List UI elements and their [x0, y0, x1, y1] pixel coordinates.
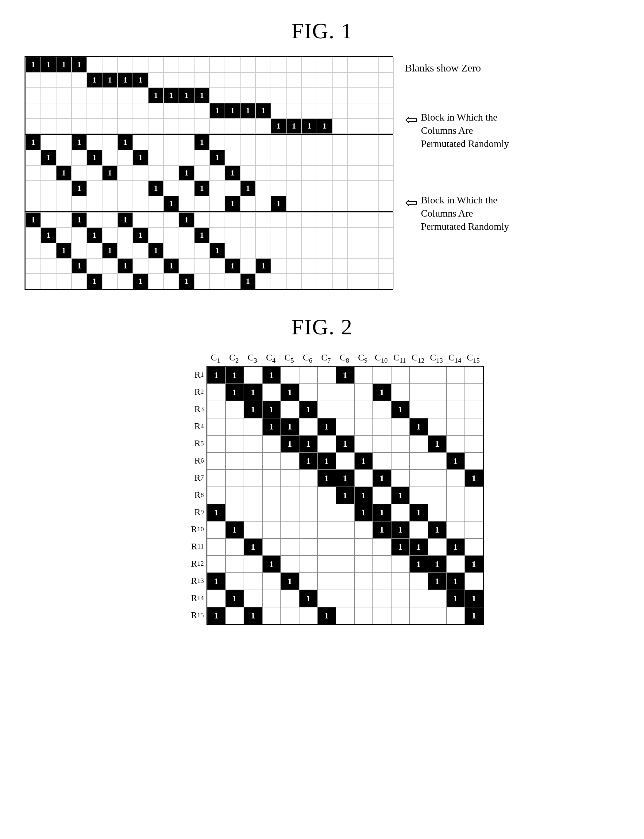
fig2-cell-r11-c4	[262, 539, 281, 555]
fig2-cell-r12-c14	[447, 555, 465, 573]
cell: 1	[210, 103, 225, 118]
fig2-cell-r7-c12	[410, 470, 428, 487]
fig2-cell-r9-c2	[225, 504, 244, 521]
cell	[302, 135, 317, 150]
fig2-cell-r4-c12: 1	[410, 418, 428, 435]
fig2-row-15: 1111	[207, 607, 483, 624]
fig2-cell-r14-c12	[410, 590, 428, 607]
cell	[348, 181, 363, 196]
cell	[271, 228, 286, 243]
cell	[256, 72, 271, 88]
cell	[194, 165, 210, 181]
col-header-13: C13	[427, 352, 446, 366]
block1-label: Block in Which the Columns Are Permutate…	[421, 111, 509, 151]
fig2-cell-r1-c11	[391, 366, 410, 384]
cell	[133, 57, 148, 72]
cell: 1	[133, 274, 148, 289]
fig2-cell-r13-c15	[465, 573, 483, 590]
cell	[317, 57, 332, 72]
cell	[56, 88, 71, 103]
cell: 1	[56, 165, 71, 181]
cell	[148, 118, 164, 134]
cell	[378, 57, 394, 72]
cell	[179, 103, 194, 118]
fig2-cell-r13-c13: 1	[428, 573, 447, 590]
fig2-cell-r9-c1: 1	[207, 504, 225, 521]
fig2-cell-r12-c2	[225, 555, 244, 573]
cell	[348, 72, 363, 88]
cell	[148, 150, 164, 165]
cell	[164, 103, 179, 118]
cell: 1	[56, 57, 71, 72]
fig2-cell-r5-c5: 1	[281, 435, 299, 453]
fig2-title-text: FIG. 2	[25, 314, 619, 340]
fig2-cell-r4-c1	[207, 418, 225, 435]
cell: 1	[133, 228, 148, 243]
fig2-cell-r2-c4	[262, 384, 281, 401]
cell	[225, 274, 240, 289]
col-headers: C1C2C3C4C5C6C7C8C9C10C11C12C13C14C15	[207, 352, 483, 366]
cell	[225, 243, 240, 258]
fig2-cell-r12-c15: 1	[465, 555, 483, 573]
fig2-cell-r12-c6	[299, 555, 317, 573]
cell	[225, 212, 240, 228]
fig2-cell-r9-c8	[336, 504, 354, 521]
cell	[87, 196, 102, 211]
cell	[317, 165, 332, 181]
cell	[41, 181, 56, 196]
cell	[41, 274, 56, 289]
cell: 1	[179, 274, 194, 289]
fig2-grid: R1R2R3R4R5R6R7R8R9R10R11R12R13R14R15 111…	[185, 366, 484, 625]
cell	[102, 103, 118, 118]
cell	[148, 72, 164, 88]
cell	[194, 274, 210, 289]
cell	[240, 165, 256, 181]
fig2-cell-r4-c9	[354, 418, 373, 435]
fig2-cell-r6-c5	[281, 453, 299, 470]
fig2-cell-r2-c15	[465, 384, 483, 401]
cell	[348, 212, 363, 228]
row-header-3: R3	[185, 400, 207, 417]
fig2-cell-r9-c15	[465, 504, 483, 521]
cell	[225, 135, 240, 150]
fig2-cell-r14-c13	[428, 590, 447, 607]
fig2-cell-r3-c9	[354, 401, 373, 418]
cell	[118, 118, 133, 134]
fig2-cell-r13-c6	[299, 573, 317, 590]
fig2-cell-r11-c9	[354, 539, 373, 555]
fig2-cell-r8-c15	[465, 487, 483, 504]
cell: 1	[210, 150, 225, 165]
cell	[25, 72, 41, 88]
fig2-cell-r15-c7: 1	[317, 607, 336, 624]
fig2-row-4: 1111	[207, 418, 483, 435]
fig2-cell-r13-c7	[317, 573, 336, 590]
fig2-cell-r14-c6: 1	[299, 590, 317, 607]
fig2-cell-r15-c15: 1	[465, 607, 483, 624]
cell	[56, 228, 71, 243]
fig2-row-9: 1111	[207, 504, 483, 521]
cell	[118, 196, 133, 211]
cell	[302, 57, 317, 72]
fig2-cell-r6-c13	[428, 453, 447, 470]
row-header-13: R13	[185, 572, 207, 589]
cell: 1	[71, 57, 87, 72]
fig2-cell-r8-c5	[281, 487, 299, 504]
fig2-cell-r6-c14: 1	[447, 453, 465, 470]
row-header-14: R14	[185, 589, 207, 606]
cell: 1	[179, 88, 194, 103]
cell	[179, 181, 194, 196]
cell	[148, 196, 164, 211]
cell: 1	[164, 88, 179, 103]
cell	[363, 118, 378, 134]
cell	[148, 103, 164, 118]
cell	[271, 274, 286, 289]
cell	[210, 118, 225, 134]
cell	[148, 135, 164, 150]
cell	[256, 228, 271, 243]
fig2-cell-r5-c10	[373, 435, 391, 453]
cell	[363, 274, 378, 289]
cell	[133, 135, 148, 150]
fig2-cell-r14-c10	[373, 590, 391, 607]
fig1-title-text: FIG. 1	[25, 18, 619, 44]
fig2-cell-r8-c6	[299, 487, 317, 504]
